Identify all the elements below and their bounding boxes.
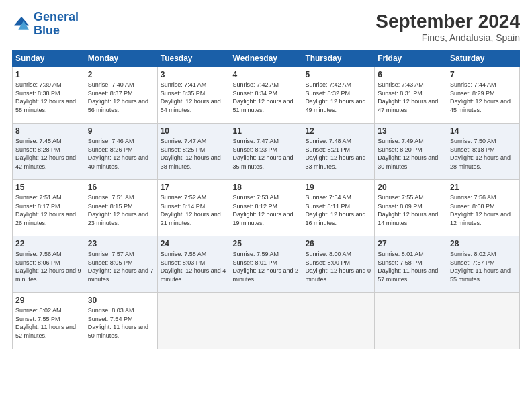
day-number: 23 xyxy=(88,239,154,248)
header: General Blue September 2024 Fines, Andal… xyxy=(12,11,520,43)
calendar-cell: 26Sunrise: 8:00 AMSunset: 8:00 PMDayligh… xyxy=(302,236,375,293)
page: General Blue September 2024 Fines, Andal… xyxy=(0,0,532,411)
day-info: Sunrise: 7:48 AMSunset: 8:21 PMDaylight:… xyxy=(305,137,371,171)
day-info: Sunrise: 7:41 AMSunset: 8:35 PMDaylight:… xyxy=(161,81,227,114)
logo-icon xyxy=(12,15,31,34)
day-info: Sunrise: 7:49 AMSunset: 8:20 PMDaylight:… xyxy=(378,137,444,171)
calendar-cell: 25Sunrise: 7:59 AMSunset: 8:01 PMDayligh… xyxy=(230,236,302,293)
calendar-cell xyxy=(447,293,520,349)
calendar-header-row: SundayMondayTuesdayWednesdayThursdayFrid… xyxy=(13,50,520,67)
day-number: 3 xyxy=(161,70,227,79)
day-info: Sunrise: 7:54 AMSunset: 8:11 PMDaylight:… xyxy=(305,193,371,227)
day-number: 15 xyxy=(15,183,82,192)
day-info: Sunrise: 8:01 AMSunset: 7:58 PMDaylight:… xyxy=(378,250,444,283)
day-info: Sunrise: 7:43 AMSunset: 8:31 PMDaylight:… xyxy=(378,81,444,114)
day-info: Sunrise: 7:56 AMSunset: 8:06 PMDaylight:… xyxy=(15,250,82,283)
day-info: Sunrise: 7:51 AMSunset: 8:17 PMDaylight:… xyxy=(15,193,82,227)
calendar-row-1: 8Sunrise: 7:45 AMSunset: 8:28 PMDaylight… xyxy=(13,124,520,180)
day-number: 11 xyxy=(233,126,300,136)
day-info: Sunrise: 7:39 AMSunset: 8:38 PMDaylight:… xyxy=(15,81,82,114)
month-year: September 2024 xyxy=(375,11,520,32)
day-number: 24 xyxy=(161,239,227,248)
col-header-sunday: Sunday xyxy=(13,50,85,67)
calendar-row-4: 29Sunrise: 8:02 AMSunset: 7:55 PMDayligh… xyxy=(13,293,520,349)
calendar-cell xyxy=(230,293,302,349)
day-number: 25 xyxy=(233,239,300,248)
day-info: Sunrise: 7:40 AMSunset: 8:37 PMDaylight:… xyxy=(88,81,154,114)
calendar-row-0: 1Sunrise: 7:39 AMSunset: 8:38 PMDaylight… xyxy=(13,67,520,124)
calendar-cell: 16Sunrise: 7:51 AMSunset: 8:15 PMDayligh… xyxy=(85,180,157,236)
day-info: Sunrise: 7:45 AMSunset: 8:28 PMDaylight:… xyxy=(15,137,82,171)
day-number: 7 xyxy=(450,70,517,79)
location: Fines, Andalusia, Spain xyxy=(375,32,520,43)
day-number: 26 xyxy=(305,239,371,248)
calendar-cell: 19Sunrise: 7:54 AMSunset: 8:11 PMDayligh… xyxy=(302,180,375,236)
day-info: Sunrise: 8:02 AMSunset: 7:55 PMDaylight:… xyxy=(15,306,82,340)
day-info: Sunrise: 7:50 AMSunset: 8:18 PMDaylight:… xyxy=(450,137,517,171)
day-info: Sunrise: 7:46 AMSunset: 8:26 PMDaylight:… xyxy=(88,137,154,171)
day-info: Sunrise: 7:53 AMSunset: 8:12 PMDaylight:… xyxy=(233,193,300,227)
day-info: Sunrise: 8:03 AMSunset: 7:54 PMDaylight:… xyxy=(88,306,154,340)
calendar-cell: 11Sunrise: 7:47 AMSunset: 8:23 PMDayligh… xyxy=(230,124,302,180)
day-number: 14 xyxy=(450,126,517,136)
logo: General Blue xyxy=(12,11,79,38)
calendar-cell: 17Sunrise: 7:52 AMSunset: 8:14 PMDayligh… xyxy=(157,180,230,236)
col-header-thursday: Thursday xyxy=(302,50,375,67)
calendar-cell: 30Sunrise: 8:03 AMSunset: 7:54 PMDayligh… xyxy=(85,293,157,349)
day-number: 2 xyxy=(88,70,154,79)
day-number: 22 xyxy=(15,239,82,248)
calendar-row-2: 15Sunrise: 7:51 AMSunset: 8:17 PMDayligh… xyxy=(13,180,520,236)
col-header-saturday: Saturday xyxy=(447,50,520,67)
calendar: SundayMondayTuesdayWednesdayThursdayFrid… xyxy=(12,50,520,349)
day-info: Sunrise: 7:57 AMSunset: 8:05 PMDaylight:… xyxy=(88,250,154,283)
calendar-cell: 27Sunrise: 8:01 AMSunset: 7:58 PMDayligh… xyxy=(375,236,447,293)
calendar-cell: 13Sunrise: 7:49 AMSunset: 8:20 PMDayligh… xyxy=(375,124,447,180)
day-info: Sunrise: 7:58 AMSunset: 8:03 PMDaylight:… xyxy=(161,250,227,283)
day-info: Sunrise: 7:47 AMSunset: 8:23 PMDaylight:… xyxy=(233,137,300,171)
col-header-monday: Monday xyxy=(85,50,157,67)
col-header-friday: Friday xyxy=(375,50,447,67)
day-number: 8 xyxy=(15,126,82,136)
day-info: Sunrise: 7:42 AMSunset: 8:34 PMDaylight:… xyxy=(233,81,300,114)
day-number: 9 xyxy=(88,126,154,136)
day-number: 21 xyxy=(450,183,517,192)
day-number: 30 xyxy=(88,295,154,305)
calendar-cell: 29Sunrise: 8:02 AMSunset: 7:55 PMDayligh… xyxy=(13,293,85,349)
calendar-cell: 8Sunrise: 7:45 AMSunset: 8:28 PMDaylight… xyxy=(13,124,85,180)
calendar-cell xyxy=(302,293,375,349)
day-info: Sunrise: 7:55 AMSunset: 8:09 PMDaylight:… xyxy=(378,193,444,227)
title-block: September 2024 Fines, Andalusia, Spain xyxy=(375,11,520,43)
calendar-cell: 20Sunrise: 7:55 AMSunset: 8:09 PMDayligh… xyxy=(375,180,447,236)
calendar-cell: 24Sunrise: 7:58 AMSunset: 8:03 PMDayligh… xyxy=(157,236,230,293)
calendar-cell: 23Sunrise: 7:57 AMSunset: 8:05 PMDayligh… xyxy=(85,236,157,293)
day-info: Sunrise: 8:00 AMSunset: 8:00 PMDaylight:… xyxy=(305,250,371,283)
calendar-cell: 4Sunrise: 7:42 AMSunset: 8:34 PMDaylight… xyxy=(230,67,302,124)
day-number: 5 xyxy=(305,70,371,79)
calendar-cell: 2Sunrise: 7:40 AMSunset: 8:37 PMDaylight… xyxy=(85,67,157,124)
calendar-cell: 28Sunrise: 8:02 AMSunset: 7:57 PMDayligh… xyxy=(447,236,520,293)
calendar-cell: 12Sunrise: 7:48 AMSunset: 8:21 PMDayligh… xyxy=(302,124,375,180)
calendar-cell: 15Sunrise: 7:51 AMSunset: 8:17 PMDayligh… xyxy=(13,180,85,236)
day-info: Sunrise: 7:42 AMSunset: 8:32 PMDaylight:… xyxy=(305,81,371,114)
calendar-cell xyxy=(157,293,230,349)
day-info: Sunrise: 7:56 AMSunset: 8:08 PMDaylight:… xyxy=(450,193,517,227)
col-header-wednesday: Wednesday xyxy=(230,50,302,67)
calendar-cell: 18Sunrise: 7:53 AMSunset: 8:12 PMDayligh… xyxy=(230,180,302,236)
calendar-cell xyxy=(375,293,447,349)
day-info: Sunrise: 8:02 AMSunset: 7:57 PMDaylight:… xyxy=(450,250,517,283)
calendar-cell: 21Sunrise: 7:56 AMSunset: 8:08 PMDayligh… xyxy=(447,180,520,236)
day-info: Sunrise: 7:52 AMSunset: 8:14 PMDaylight:… xyxy=(161,193,227,227)
calendar-cell: 9Sunrise: 7:46 AMSunset: 8:26 PMDaylight… xyxy=(85,124,157,180)
calendar-cell: 3Sunrise: 7:41 AMSunset: 8:35 PMDaylight… xyxy=(157,67,230,124)
calendar-cell: 10Sunrise: 7:47 AMSunset: 8:25 PMDayligh… xyxy=(157,124,230,180)
day-number: 4 xyxy=(233,70,300,79)
day-info: Sunrise: 7:59 AMSunset: 8:01 PMDaylight:… xyxy=(233,250,300,283)
day-info: Sunrise: 7:47 AMSunset: 8:25 PMDaylight:… xyxy=(161,137,227,171)
calendar-cell: 7Sunrise: 7:44 AMSunset: 8:29 PMDaylight… xyxy=(447,67,520,124)
col-header-tuesday: Tuesday xyxy=(157,50,230,67)
day-number: 20 xyxy=(378,183,444,192)
day-number: 19 xyxy=(305,183,371,192)
day-number: 16 xyxy=(88,183,154,192)
logo-line1: General xyxy=(34,10,79,24)
day-number: 27 xyxy=(378,239,444,248)
